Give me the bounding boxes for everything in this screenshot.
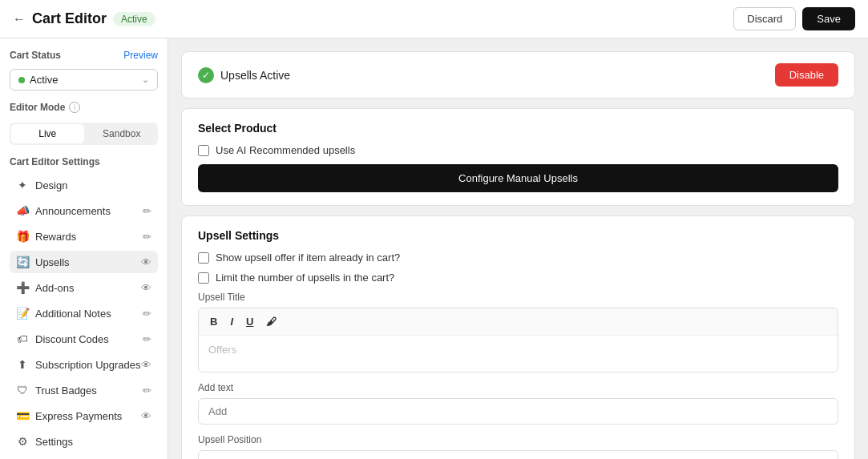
editor-mode-section: Editor Mode i Live Sandbox: [10, 102, 158, 145]
show-upsell-row: Show upsell offer if item already in car…: [198, 252, 838, 264]
editor-mode-header: Editor Mode i: [10, 102, 158, 113]
discount-icon: 🏷: [16, 332, 29, 345]
sidebar-item-label: Trust Badges: [35, 385, 97, 397]
upsell-position-select[interactable]: Bottom Top Middle: [198, 450, 838, 459]
settings-section: Cart Editor Settings ✦ Design 📣 Announce…: [10, 156, 158, 453]
live-mode-button[interactable]: Live: [11, 124, 84, 143]
sidebar-item-label: Announcements: [35, 205, 111, 217]
visibility-icon[interactable]: 👁: [141, 410, 151, 422]
check-icon: ✓: [198, 67, 214, 83]
gear-icon: ⚙: [16, 435, 29, 448]
sidebar-item-addons[interactable]: ➕ Add-ons 👁: [10, 276, 158, 299]
sidebar-item-label: Discount Codes: [35, 333, 109, 345]
sidebar-item-additional-notes[interactable]: 📝 Additional Notes ✏: [10, 302, 158, 324]
select-product-section: Select Product Use AI Recommended upsell…: [182, 109, 854, 205]
ai-checkbox[interactable]: [198, 145, 209, 156]
chevron-down-icon: ⌄: [142, 74, 149, 85]
trust-icon: 🛡: [16, 384, 29, 397]
preview-link[interactable]: Preview: [123, 50, 158, 61]
subscription-icon: ⬆: [16, 358, 29, 371]
sidebar-item-label: Rewards: [35, 231, 76, 243]
sidebar-item-express-payments[interactable]: 💳 Express Payments 👁: [10, 405, 158, 427]
editor-content[interactable]: Offers: [199, 336, 838, 372]
bold-button[interactable]: B: [205, 313, 222, 330]
design-icon: ✦: [16, 179, 29, 191]
sidebar-item-label: Subscription Upgrades: [35, 359, 141, 371]
upsell-settings-card: Upsell Settings Show upsell offer if ite…: [181, 215, 855, 459]
upsells-status: ✓ Upsells Active: [198, 67, 290, 83]
edit-icon[interactable]: ✏: [143, 308, 151, 320]
announcements-icon: 📣: [16, 204, 29, 217]
sidebar-item-label: Design: [35, 179, 67, 191]
upsell-settings-section: Upsell Settings Show upsell offer if ite…: [182, 216, 854, 459]
clear-format-button[interactable]: 🖌: [261, 313, 281, 330]
cart-status-header: Cart Status Preview: [10, 50, 158, 61]
sidebar-item-label: Upsells: [35, 256, 70, 268]
sidebar-item-upsells[interactable]: 🔄 Upsells 👁: [10, 251, 158, 273]
editor-mode-label: Editor Mode: [10, 102, 65, 113]
sidebar-item-label: Settings: [35, 436, 73, 448]
edit-icon[interactable]: ✏: [143, 231, 151, 243]
upsell-position-control: Bottom Top Middle ⌄: [198, 450, 838, 459]
save-button[interactable]: Save: [802, 7, 855, 30]
addons-icon: ➕: [16, 281, 29, 294]
status-badge: Active: [113, 12, 155, 26]
visibility-icon[interactable]: 👁: [141, 256, 151, 268]
edit-icon[interactable]: ✏: [143, 205, 151, 217]
disable-button[interactable]: Disable: [775, 63, 838, 87]
sidebar-item-settings[interactable]: ⚙ Settings: [10, 430, 158, 453]
limit-upsells-checkbox[interactable]: [198, 272, 209, 284]
sandbox-mode-button[interactable]: Sandbox: [86, 123, 159, 145]
main-content: ✓ Upsells Active Disable Select Product …: [168, 38, 868, 459]
limit-upsells-row: Limit the number of upsells in the cart?: [198, 272, 838, 284]
mode-toggle: Live Sandbox: [10, 123, 158, 145]
info-icon[interactable]: i: [69, 102, 80, 113]
underline-button[interactable]: U: [241, 313, 258, 330]
main-layout: Cart Status Preview Active ⌄ Editor Mode…: [0, 38, 868, 459]
notes-icon: 📝: [16, 307, 29, 320]
edit-icon[interactable]: ✏: [143, 333, 151, 345]
sidebar-item-design[interactable]: ✦ Design: [10, 174, 158, 196]
sidebar-item-trust-badges[interactable]: 🛡 Trust Badges ✏: [10, 379, 158, 401]
sidebar-item-label: Express Payments: [35, 410, 122, 422]
ai-recommended-row: Use AI Recommended upsells: [198, 144, 838, 156]
payments-icon: 💳: [16, 409, 29, 422]
settings-title: Cart Editor Settings: [10, 156, 158, 167]
page-title: Cart Editor: [32, 10, 107, 27]
cart-status-label: Cart Status: [10, 50, 61, 61]
status-value: Active: [30, 74, 58, 86]
upsell-title-label: Upsell Title: [198, 292, 838, 303]
ai-checkbox-label: Use AI Recommended upsells: [216, 144, 355, 156]
upsell-settings-title: Upsell Settings: [198, 229, 838, 242]
sidebar-item-label: Add-ons: [35, 282, 74, 294]
rewards-icon: 🎁: [16, 230, 29, 243]
upsell-position-label: Upsell Position: [198, 434, 838, 445]
top-header: ← Cart Editor Active Discard Save: [0, 0, 868, 38]
italic-button[interactable]: I: [225, 313, 238, 330]
add-text-input[interactable]: [198, 398, 838, 425]
sidebar-item-label: Additional Notes: [35, 308, 111, 320]
status-select[interactable]: Active ⌄: [10, 69, 158, 91]
sidebar-item-rewards[interactable]: 🎁 Rewards ✏: [10, 225, 158, 248]
select-product-title: Select Product: [198, 122, 838, 135]
upsells-icon: 🔄: [16, 256, 29, 268]
visibility-icon[interactable]: 👁: [141, 359, 151, 371]
header-actions: Discard Save: [733, 7, 855, 30]
upsells-banner: ✓ Upsells Active Disable: [182, 52, 854, 98]
sidebar-item-discount-codes[interactable]: 🏷 Discount Codes ✏: [10, 328, 158, 350]
editor-toolbar: B I U 🖌: [199, 308, 838, 336]
select-product-card: Select Product Use AI Recommended upsell…: [181, 108, 855, 206]
edit-icon[interactable]: ✏: [143, 385, 151, 397]
back-arrow-icon[interactable]: ←: [13, 12, 26, 26]
limit-upsells-label: Limit the number of upsells in the cart?: [216, 272, 394, 284]
configure-manual-button[interactable]: Configure Manual Upsells: [198, 164, 838, 192]
upsells-active-text: Upsells Active: [220, 69, 290, 82]
sidebar-item-subscription-upgrades[interactable]: ⬆ Subscription Upgrades 👁: [10, 353, 158, 376]
show-upsell-checkbox[interactable]: [198, 252, 209, 264]
visibility-icon[interactable]: 👁: [141, 282, 151, 294]
sidebar-item-announcements[interactable]: 📣 Announcements ✏: [10, 199, 158, 222]
header-left: ← Cart Editor Active: [13, 10, 155, 27]
discard-button[interactable]: Discard: [733, 7, 796, 30]
upsells-banner-card: ✓ Upsells Active Disable: [181, 51, 855, 99]
rich-text-editor: B I U 🖌 Offers: [198, 308, 838, 372]
